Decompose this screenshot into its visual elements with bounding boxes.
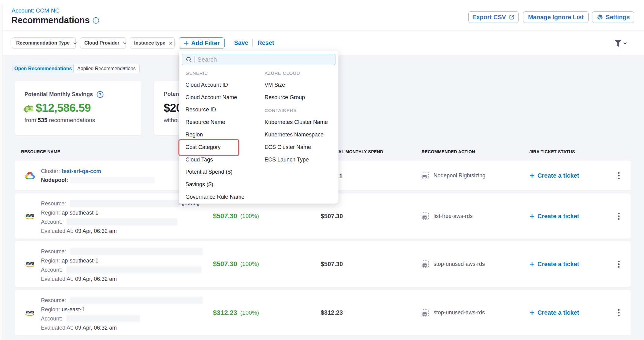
svg-text:?: ? (99, 92, 101, 97)
filter-option-governance-rule-name[interactable]: Governance Rule Name (185, 194, 244, 200)
svg-text:aws: aws (26, 212, 34, 218)
text-caret (195, 56, 195, 63)
cluster-name-link[interactable]: test-sri-qa-ccm (62, 168, 101, 175)
region-value: ap-southeast-1 (62, 210, 98, 216)
add-filter-button[interactable]: Add Filter (179, 37, 225, 49)
cluster-label: Cluster: (41, 168, 60, 175)
recommendation-type-icon (422, 212, 429, 220)
redacted-account-value (66, 266, 202, 273)
help-icon[interactable]: ? (97, 91, 104, 98)
recommended-action-label: list-free-aws-rds (434, 213, 473, 219)
filter-option-ecs-launch-type[interactable]: ECS Launch Type (265, 157, 309, 163)
monthly-savings-value: $312.23 (213, 309, 237, 317)
resource-label: Resource: (41, 201, 66, 207)
redacted-resource-value (70, 248, 203, 255)
filter-option-potential-spend[interactable]: Potential Spend ($) (185, 169, 232, 175)
export-csv-button[interactable]: Export CSV (468, 11, 519, 23)
row-menu-button[interactable] (616, 290, 622, 335)
plus-icon (184, 41, 189, 46)
total-monthly-spend-value: $507.30 (321, 213, 343, 220)
chevron-down-icon (73, 41, 77, 45)
evaluated-at-label: Evaluated At: (41, 276, 73, 282)
savings-percentage: (100%) (240, 309, 259, 316)
filter-option-cost-category[interactable]: Cost Category (185, 144, 221, 150)
column-header-recommended-action[interactable]: RECOMMENDED ACTION (422, 149, 475, 154)
filter-chip-cloud-provider[interactable]: Cloud Provider (80, 37, 126, 49)
redacted-resource-value (70, 200, 179, 207)
create-ticket-button[interactable]: Create a ticket (529, 161, 579, 190)
redacted-account-value (66, 218, 177, 226)
search-icon (186, 56, 192, 63)
tab-open-recommendations[interactable]: Open Recommendations (13, 64, 74, 73)
account-label: Account: (41, 219, 62, 225)
svg-text:aws: aws (26, 309, 34, 314)
manage-ignore-list-button[interactable]: Manage Ignore List (523, 11, 589, 23)
filter-option-resource-group[interactable]: Resource Group (265, 94, 305, 101)
gcp-logo (25, 161, 35, 190)
nodepool-label: Nodepool: (41, 177, 68, 183)
create-ticket-button[interactable]: Create a ticket (529, 290, 579, 335)
row-menu-button[interactable] (616, 161, 622, 190)
filter-option-savings[interactable]: Savings ($) (185, 181, 213, 188)
filter-option-vm-size[interactable]: VM Size (265, 82, 285, 88)
evaluated-at-value: 09 Apr, 06:32 am (75, 276, 117, 282)
filter-option-cloud-tags[interactable]: Cloud Tags (185, 157, 213, 163)
redacted-resource-value (70, 297, 203, 304)
recommended-action-label: stop-unused-aws-rds (434, 309, 485, 316)
evaluated-at-value: 09 Apr, 06:32 am (75, 228, 117, 234)
column-header-resource-name[interactable]: RESOURCE NAME (21, 149, 60, 154)
filter-option-region[interactable]: Region (185, 132, 203, 138)
save-filter-link[interactable]: Save (234, 39, 248, 46)
filter-chip-recommendation-type[interactable]: Recommendation Type (12, 37, 76, 49)
create-ticket-label: Create a ticket (537, 309, 579, 316)
filter-option-resource-name[interactable]: Resource Name (185, 119, 225, 125)
filter-option-kubernetes-namespace[interactable]: Kubernetes Namespace (265, 132, 324, 138)
filter-option-cloud-account-id[interactable]: Cloud Account ID (185, 82, 228, 88)
external-link-icon (509, 14, 515, 20)
export-csv-label: Export CSV (472, 14, 506, 21)
kebab-menu-icon (618, 309, 620, 316)
savings-amount: $12,586.59 (36, 102, 91, 114)
tab-applied-recommendations[interactable]: Applied Recommendations (74, 64, 139, 73)
potential-monthly-savings-card: Potential Monthly Savings ? $ $12,586.59… (15, 81, 141, 135)
row-menu-button[interactable] (616, 241, 622, 287)
account-breadcrumb-link[interactable]: Account: CCM-NG (12, 7, 60, 14)
plus-icon (529, 214, 535, 219)
aws-logo: aws (25, 290, 35, 335)
gear-icon (597, 14, 603, 20)
column-header-jira-ticket-status[interactable]: JIRA TICKET STATUS (529, 149, 575, 154)
region-value: us-east-1 (62, 306, 85, 313)
create-ticket-button[interactable]: Create a ticket (529, 241, 579, 287)
resource-label: Resource: (41, 297, 66, 304)
left-edge-strip (0, 4, 3, 340)
filter-option-kubernetes-cluster-name[interactable]: Kubernetes Cluster Name (265, 119, 328, 125)
evaluated-at-label: Evaluated At: (41, 325, 73, 331)
create-ticket-button[interactable]: Create a ticket (529, 194, 579, 239)
recommended-action-label: Nodepool Rightsizing (434, 172, 485, 179)
settings-button[interactable]: Settings (592, 11, 634, 23)
plus-icon (529, 310, 535, 315)
row-menu-button[interactable] (616, 194, 622, 239)
filter-chip-label: Recommendation Type (16, 40, 70, 46)
recommendation-row[interactable]: aws Resource: Region:us-east-1 Account: … (15, 290, 631, 335)
save-reset-divider (252, 39, 253, 47)
money-icon: $ (24, 103, 34, 113)
filter-option-resource-id[interactable]: Resource ID (185, 107, 216, 113)
recommendation-row[interactable]: aws Resource: Region:ap-southeast-1 Acco… (15, 241, 631, 287)
row1-monthly-spend-fragment: 1 (339, 173, 342, 180)
filter-funnel-button[interactable] (615, 40, 627, 47)
kebab-menu-icon (618, 213, 620, 220)
close-icon[interactable] (168, 41, 173, 45)
search-input[interactable]: Search (182, 54, 335, 65)
recommendation-type-icon (422, 172, 429, 179)
view-tabs: Open Recommendations Applied Recommendat… (13, 64, 140, 73)
section-header-azure-cloud: AZURE CLOUD (265, 71, 300, 76)
filter-option-cloud-account-name[interactable]: Cloud Account Name (185, 94, 237, 101)
filter-chip-instance-type[interactable]: Instance type (130, 37, 175, 49)
reset-filter-link[interactable]: Reset (258, 39, 274, 46)
filter-chip-label: Cloud Provider (84, 40, 119, 46)
info-icon[interactable] (93, 17, 99, 24)
create-ticket-label: Create a ticket (537, 261, 579, 268)
funnel-icon (615, 40, 621, 47)
filter-option-ecs-cluster-name[interactable]: ECS Cluster Name (265, 144, 311, 150)
